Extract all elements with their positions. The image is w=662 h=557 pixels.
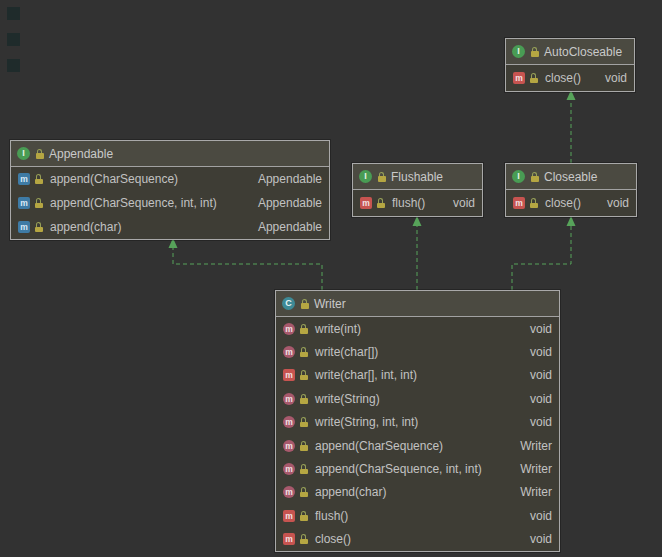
member-type: void <box>520 322 552 336</box>
edge-writer-closeable <box>512 226 571 290</box>
method-icon: m <box>283 393 295 405</box>
lock-icon <box>34 174 43 184</box>
method-icon: m <box>283 323 295 335</box>
member-type: void <box>520 415 552 429</box>
lock-icon <box>299 487 308 497</box>
method-icon: m <box>283 346 295 358</box>
lock-icon <box>299 441 308 451</box>
member-type: Writer <box>510 439 552 453</box>
class-header[interactable]: I Flushable <box>353 164 482 190</box>
class-name: Appendable <box>49 147 113 161</box>
lock-icon <box>34 198 43 208</box>
method-icon: m <box>283 440 295 452</box>
interface-icon: I <box>512 170 525 183</box>
member-label: close() <box>545 71 581 85</box>
interface-icon: I <box>359 170 372 183</box>
class-name: AutoCloseable <box>544 45 622 59</box>
member-row[interactable]: mclose()void <box>506 190 636 216</box>
class-header[interactable]: I Closeable <box>506 164 636 190</box>
lock-icon <box>299 347 308 357</box>
arrowhead-icon <box>567 216 576 226</box>
member-type: Writer <box>510 485 552 499</box>
class-name: Writer <box>314 297 346 311</box>
member-list: mflush()void <box>353 190 482 216</box>
member-label: flush() <box>392 196 425 210</box>
canvas-artifact <box>7 7 20 20</box>
member-row[interactable]: mclose()void <box>276 528 559 551</box>
class-box-writer[interactable]: C Writer mwrite(int)voidmwrite(char[])vo… <box>275 290 560 552</box>
member-row[interactable]: mflush()void <box>353 190 482 216</box>
lock-icon <box>530 47 539 57</box>
class-name: Flushable <box>391 170 443 184</box>
lock-icon <box>300 299 309 309</box>
lock-icon <box>299 394 308 404</box>
method-icon: m <box>283 416 295 428</box>
lock-icon <box>299 417 308 427</box>
member-type: Appendable <box>248 172 322 186</box>
class-box-flushable[interactable]: I Flushable mflush()void <box>352 163 483 217</box>
lock-icon <box>529 73 538 83</box>
member-list: mclose()void <box>506 190 636 216</box>
member-label: close() <box>315 532 351 546</box>
member-row[interactable]: mwrite(String)void <box>276 387 559 410</box>
class-box-closeable[interactable]: I Closeable mclose()void <box>505 163 637 217</box>
member-label: close() <box>545 196 581 210</box>
interface-method-icon: m <box>18 197 30 209</box>
lock-icon <box>377 172 386 182</box>
member-label: write(int) <box>315 322 361 336</box>
class-header[interactable]: I Appendable <box>11 141 329 167</box>
member-type: void <box>520 345 552 359</box>
lock-icon <box>376 198 385 208</box>
member-row[interactable]: mappend(char)Writer <box>276 481 559 504</box>
member-label: append(CharSequence, int, int) <box>315 462 482 476</box>
abstract-method-icon: m <box>513 197 525 209</box>
abstract-method-icon: m <box>360 197 372 209</box>
member-label: append(char) <box>50 220 121 234</box>
member-row[interactable]: mappend(CharSequence, int, int)Writer <box>276 457 559 480</box>
lock-icon <box>34 222 43 232</box>
class-box-autocloseable[interactable]: I AutoCloseable mclose()void <box>505 38 635 92</box>
member-label: append(CharSequence) <box>50 172 178 186</box>
member-row[interactable]: mwrite(String, int, int)void <box>276 411 559 434</box>
member-row[interactable]: mclose()void <box>506 65 634 91</box>
class-box-appendable[interactable]: I Appendable mappend(CharSequence)Append… <box>10 140 330 240</box>
member-row[interactable]: mappend(CharSequence)Writer <box>276 434 559 457</box>
member-list: mwrite(int)voidmwrite(char[])voidmwrite(… <box>276 317 559 551</box>
class-header[interactable]: I AutoCloseable <box>506 39 634 65</box>
diagram-canvas: I AutoCloseable mclose()void I Appendabl… <box>0 0 662 557</box>
interface-method-icon: m <box>18 173 30 185</box>
lock-icon <box>299 370 308 380</box>
lock-icon <box>529 198 538 208</box>
member-label: append(char) <box>315 485 386 499</box>
member-row[interactable]: mflush()void <box>276 504 559 527</box>
member-row[interactable]: mwrite(char[], int, int)void <box>276 364 559 387</box>
edge-writer-appendable <box>173 248 322 290</box>
canvas-artifact <box>7 33 20 46</box>
member-row[interactable]: mappend(char)Appendable <box>11 215 329 239</box>
member-type: void <box>520 392 552 406</box>
arrowhead-icon <box>413 216 422 226</box>
member-label: append(CharSequence) <box>315 439 443 453</box>
member-type: void <box>597 196 629 210</box>
method-icon: m <box>283 486 295 498</box>
abstract-method-icon: m <box>513 72 525 84</box>
member-type: void <box>520 368 552 382</box>
lock-icon <box>299 511 308 521</box>
member-type: void <box>595 71 627 85</box>
member-label: write(String, int, int) <box>315 415 418 429</box>
lock-icon <box>35 149 44 159</box>
lock-icon <box>299 534 308 544</box>
lock-icon <box>299 464 308 474</box>
interface-icon: I <box>17 147 30 160</box>
member-row[interactable]: mappend(CharSequence, int, int)Appendabl… <box>11 191 329 215</box>
member-row[interactable]: mwrite(int)void <box>276 317 559 340</box>
abstract-method-icon: m <box>283 369 295 381</box>
member-label: write(char[], int, int) <box>315 368 417 382</box>
member-type: void <box>443 196 475 210</box>
abstract-method-icon: m <box>283 533 295 545</box>
member-row[interactable]: mwrite(char[])void <box>276 340 559 363</box>
member-row[interactable]: mappend(CharSequence)Appendable <box>11 167 329 191</box>
member-type: Appendable <box>248 220 322 234</box>
class-name: Closeable <box>544 170 597 184</box>
class-header[interactable]: C Writer <box>276 291 559 317</box>
